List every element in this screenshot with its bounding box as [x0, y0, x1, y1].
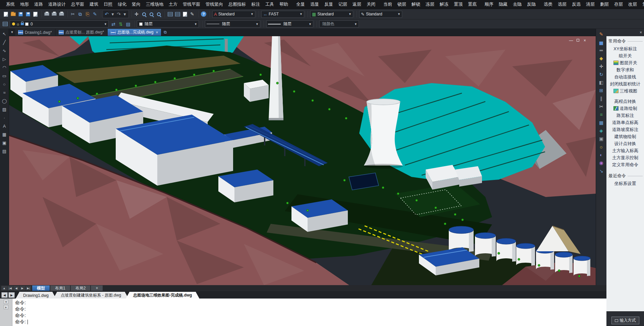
circle-icon[interactable]: ○	[0, 80, 8, 88]
file-tab[interactable]: 总图场地三维效果图-完成稿.dwg	[126, 292, 199, 299]
file-tab[interactable]: Drawing1.dwg	[16, 292, 56, 299]
menu-item[interactable]: 总图指标	[226, 1, 249, 7]
command-item[interactable]: 定义常用命令	[606, 161, 644, 168]
layer-states-icon[interactable]: ▤	[124, 20, 132, 28]
undo-icon[interactable]: ↶	[104, 10, 110, 18]
publish-icon[interactable]	[58, 10, 65, 18]
mleader-style-combo[interactable]: ✎ Standard ▼	[359, 11, 402, 18]
menu-item[interactable]: 管线竖向	[203, 1, 226, 7]
document-tab[interactable]: DWG 点坡度创... 原图.dwg* ×	[56, 29, 107, 36]
rectangle-icon[interactable]: ▭	[0, 72, 8, 80]
menu-item[interactable]: 系统	[3, 1, 17, 7]
scroll-up-icon[interactable]: ▲	[1, 286, 7, 290]
layer-properties-icon[interactable]	[1, 20, 9, 28]
text-icon[interactable]: A	[0, 122, 8, 130]
close-tab-icon[interactable]: ×	[156, 30, 158, 35]
color-combo[interactable]: 随层 ▼	[137, 20, 199, 27]
viewport-3d-scene[interactable]	[9, 36, 596, 285]
document-tab[interactable]: DWG Drawing1.dwg* ×	[15, 29, 55, 36]
settings-icon[interactable]: ◉	[597, 159, 606, 167]
layout-tab[interactable]: 布局2	[71, 285, 91, 291]
text-style-combo[interactable]: A Standard ▼	[212, 11, 255, 18]
trim-icon[interactable]: ✂	[597, 103, 606, 111]
sheet-icon[interactable]	[181, 10, 189, 18]
layer-show-menu-item[interactable]: 反显	[322, 1, 336, 7]
redo-icon[interactable]: ↷	[116, 10, 122, 18]
command-prompt-line[interactable]: 命令:	[15, 319, 604, 325]
layer-state-menu-item[interactable]: 当前	[381, 1, 395, 7]
layers-icon[interactable]: ≡	[597, 111, 606, 119]
render-icon[interactable]: ◐	[597, 151, 606, 159]
table-icon[interactable]: ▦	[0, 130, 8, 139]
command-item[interactable]: 道路坡度标注	[606, 126, 644, 133]
cut-icon[interactable]: ✂	[69, 10, 76, 18]
layout-tab[interactable]: +	[91, 285, 103, 291]
copy-drawing-icon[interactable]	[32, 10, 39, 18]
arc-icon[interactable]: ◠	[0, 63, 8, 72]
move-icon[interactable]: ✛	[597, 62, 606, 70]
linetype-combo[interactable]: 随层 ▼	[205, 20, 260, 27]
copy-clip-icon[interactable]: ⧉	[76, 10, 84, 18]
edit-pencil-icon[interactable]: ✎	[597, 30, 606, 38]
plot-icon[interactable]	[43, 10, 50, 18]
export-icon[interactable]: ↘	[597, 167, 606, 175]
layer-show-menu-item[interactable]: 记层	[336, 1, 350, 7]
camera-icon[interactable]: ▣	[597, 135, 606, 143]
command-item[interactable]: 三维视图	[606, 87, 644, 94]
zoom-previous-icon[interactable]	[155, 10, 162, 18]
dim-style-combo[interactable]: ↔ FAST ▼	[261, 11, 304, 18]
mirror-icon[interactable]: ◧	[597, 78, 606, 86]
layer-order-menu-item[interactable]: 去隐	[510, 1, 524, 7]
paint-icon[interactable]: ◆	[597, 54, 606, 62]
redo-dropdown-icon[interactable]: ▾	[122, 10, 128, 18]
menu-item[interactable]: 土方	[166, 1, 180, 7]
paste-icon[interactable]: ⎘	[84, 10, 91, 18]
command-item[interactable]: 道路绘制	[606, 105, 644, 112]
offset-icon[interactable]: ∥	[597, 94, 606, 103]
expand-history-icon[interactable]: ▾	[4, 300, 8, 304]
table-style-combo[interactable]: ▦ Standard ▼	[310, 11, 353, 18]
menu-item[interactable]: 帮助	[277, 1, 291, 7]
layer-previous-icon[interactable]: ⇅	[117, 20, 124, 28]
command-item[interactable]: 路宽标注	[606, 112, 644, 119]
menu-item[interactable]: 地形	[17, 1, 32, 7]
layer-order-menu-item[interactable]: 反隐	[524, 1, 538, 7]
prev-tab-icon[interactable]: ◀	[13, 286, 19, 290]
save-icon[interactable]	[17, 10, 24, 18]
command-item[interactable]: 自动连接线	[606, 73, 644, 80]
layer-tool-menu-item[interactable]: 清层	[583, 1, 597, 7]
menu-item[interactable]: 日照	[101, 1, 115, 7]
drawing-viewport[interactable]: — ×	[9, 36, 596, 285]
command-item[interactable]: 图层开关	[606, 59, 644, 66]
command-item[interactable]: 建筑物绘制	[606, 133, 644, 140]
menu-item[interactable]: 标注	[249, 1, 263, 7]
plot-style-combo[interactable]: 随颜色 ▼	[319, 20, 359, 27]
last-tab-icon[interactable]: ▶|	[25, 286, 31, 290]
polyline-icon[interactable]: ∿	[0, 47, 8, 55]
pan-icon[interactable]: ✛	[133, 10, 140, 18]
ellipse-icon[interactable]: ◯	[0, 97, 8, 105]
new-file-icon[interactable]	[2, 10, 9, 18]
layer-tool-menu-item[interactable]: 复层	[640, 1, 644, 7]
sun-icon[interactable]: ☼	[597, 143, 606, 151]
block-icon[interactable]: ▣	[0, 139, 8, 147]
menu-item[interactable]: 道路	[32, 1, 46, 7]
menu-item[interactable]: 建筑	[87, 1, 101, 7]
menu-item[interactable]: 工具	[263, 1, 277, 7]
next-tab-icon[interactable]: ▶	[19, 286, 25, 290]
command-item[interactable]: 土方输入标高	[606, 147, 644, 154]
layer-show-menu-item[interactable]: 全显	[293, 1, 308, 7]
command-item[interactable]: 道路单点标高	[606, 119, 644, 126]
layer-show-menu-item[interactable]: 选显	[308, 1, 322, 7]
make-object-layer-current-icon[interactable]: ⇄	[110, 20, 117, 28]
image-icon[interactable]: ▤	[0, 147, 8, 155]
layer-order-menu-item[interactable]: 隐藏	[496, 1, 510, 7]
layer-state-menu-item[interactable]: 锁层	[395, 1, 409, 7]
layer-order-menu-item[interactable]: 顺序	[482, 1, 496, 7]
close-panel-icon[interactable]: ×	[640, 30, 642, 35]
menu-item[interactable]: 管线平面	[180, 1, 203, 7]
open-folder-icon[interactable]	[9, 10, 17, 18]
command-item[interactable]: XY坐标标注	[606, 45, 644, 52]
minimize-window-icon[interactable]: —	[569, 38, 573, 43]
command-item[interactable]: 组开关	[606, 52, 644, 59]
